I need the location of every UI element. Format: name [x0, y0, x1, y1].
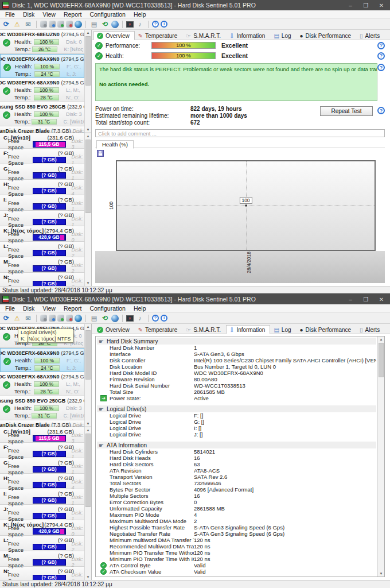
report-icon[interactable]: ✉	[24, 314, 33, 323]
save-chart-icon[interactable]	[97, 150, 104, 157]
toolbar-separator[interactable]	[36, 315, 37, 322]
drive-list-item[interactable]: C: [Win10] (231,6 GB) Free Space 115,5 G…	[0, 427, 84, 443]
info-row[interactable]: Unformatted Capacity 2861588 MB	[97, 505, 376, 512]
close-button[interactable]: ✕	[375, 296, 388, 303]
menu-item[interactable]: Configuration	[85, 305, 129, 312]
drive-list-item[interactable]: N: (? GB) Free Space (? GB) Disk: 2	[0, 567, 84, 580]
info-row[interactable]: Logical Drive G: []	[97, 419, 376, 425]
online-globe-icon[interactable]	[75, 21, 82, 28]
menu-item[interactable]: Disk	[19, 11, 38, 18]
disk-list-item[interactable]: SanDisk Cruzer Blade (7,3 GB) Disk: 4 ✓ …	[0, 420, 84, 427]
tab-information[interactable]: ⇩ Information	[226, 325, 270, 334]
menu-item[interactable]: View	[38, 11, 60, 18]
tab-log[interactable]: ▤ Log	[270, 31, 296, 40]
detect-disk-3-icon[interactable]	[57, 21, 64, 28]
info-row[interactable]: Multiple Sectors 16	[97, 493, 376, 499]
info-row[interactable]: Total Sectors 732566646	[97, 480, 376, 486]
info-row[interactable]: Highest Possible Transfer Rate S-ATA Gen…	[97, 524, 376, 531]
info-row[interactable]: Minimum multiword DMA Transfer Time 120 …	[97, 537, 376, 543]
drive-list-item[interactable]: J: (? GB) Free Space (? GB) Disk: 1	[0, 211, 84, 226]
info-row[interactable]: Disk Location Bus Number 1, Target Id 0,…	[97, 363, 376, 370]
tab-smart[interactable]: ☞ S.M.A.R.T.	[182, 325, 226, 334]
info-row[interactable]: Transport Version SATA Rev 2.6	[97, 474, 376, 480]
toolbar-separator[interactable]	[122, 21, 123, 28]
drive-list-item[interactable]: C: [Win10] (231,6 GB) Free Space 115,5 G…	[0, 133, 84, 149]
tab-alerts[interactable]: ▯ Alerts	[356, 31, 385, 40]
disk-list-item[interactable]: WDC WD30EFRX-68EUZN0 (2794,5 GB) ✓ Healt…	[0, 30, 84, 54]
tab-alerts[interactable]: ▯ Alerts	[356, 325, 385, 334]
toolbar-separator[interactable]	[85, 315, 86, 322]
report-icon[interactable]: ✉	[24, 20, 33, 29]
info-row[interactable]: Power State: Active	[97, 395, 376, 401]
status-help-icon[interactable]: ?	[377, 64, 385, 71]
disk-list-item[interactable]: Samsung SSD 850 EVO 250GB (232,9 GB) ✓ H…	[0, 396, 84, 420]
drive-list-item[interactable]: I: (? GB) Free Space (? GB) Disk: 1	[0, 195, 84, 211]
section-header[interactable]: ☛ Hard Disk Summary	[97, 338, 376, 345]
sync-icon[interactable]: ⟲	[100, 20, 110, 29]
toolbar-separator[interactable]	[36, 21, 37, 28]
disk-list-item[interactable]: WDC WD30EFRX-68AX9N0 (2794,5 GB) ✓ Healt…	[0, 54, 84, 78]
disk-list-item[interactable]: WDC WD30EFRX-68AX9N0 (2794,5 GB) ✓ Healt…	[0, 372, 84, 396]
detect-disk-4-icon[interactable]	[66, 21, 73, 28]
detect-disk-3-icon[interactable]	[57, 315, 64, 322]
info-row[interactable]: Hard Disk Cylinders 5814021	[97, 448, 376, 455]
performance-help-icon[interactable]: ?	[377, 42, 385, 49]
close-button[interactable]: ✕	[375, 2, 388, 9]
menu-item[interactable]: Help	[130, 11, 150, 18]
info-row[interactable]: Disk Controller Intel(R) 100 Series/C230…	[97, 357, 376, 363]
titlebar[interactable]: Disk: 1, WDC WD30EFRX-68AX9N0 [WD-WCC1T0…	[0, 0, 390, 10]
refresh-icon[interactable]: ⟳	[2, 20, 11, 29]
info-row[interactable]: Minimum PIO Transfer Time With IORDY 120…	[97, 556, 376, 562]
info-row[interactable]: Hard Disk Number 1	[97, 345, 376, 351]
drive-list-item[interactable]: J: (? GB) Free Space (? GB) Disk: 1	[0, 505, 84, 520]
info-row[interactable]: Hard Disk Model ID WDC WD30EFRX-68AX9N0	[97, 370, 376, 376]
info-row[interactable]: Recommended Multiword DMA Transfer Time …	[97, 543, 376, 550]
tab-disk-performance[interactable]: ● Disk Performance	[297, 31, 357, 40]
info-row[interactable]: Maximum PIO Mode 4	[97, 512, 376, 518]
toolbar-separator[interactable]	[122, 315, 123, 322]
menu-item[interactable]: Help	[130, 305, 150, 312]
info-row[interactable]: Logical Drive I: []	[97, 425, 376, 431]
list-icon[interactable]: ▤	[89, 20, 99, 29]
info-row[interactable]: ATA Control Byte Valid	[97, 562, 376, 568]
section-header[interactable]: ☛ Logical Drive(s)	[97, 405, 376, 412]
tab-overview[interactable]: ✓ Overview	[93, 325, 135, 334]
menu-item[interactable]: Report	[60, 11, 86, 18]
info-row[interactable]: Firmware Revision 80.00A80	[97, 376, 376, 382]
refresh-icon[interactable]: ⟳	[2, 314, 11, 323]
health-help-icon[interactable]: ?	[377, 52, 385, 60]
network-icon[interactable]	[111, 21, 119, 28]
info-row[interactable]: Hard Disk Sectors 63	[97, 461, 376, 467]
drive-list-item[interactable]: G: (? GB) Free Space (? GB) Disk: 1	[0, 164, 84, 180]
drive-list-scrollbar[interactable]: ▲▼	[84, 133, 91, 286]
acknowledge-warning-icon[interactable]: ⚠	[13, 20, 22, 29]
menu-item[interactable]: Configuration	[85, 11, 129, 18]
help-icon[interactable]: ?	[152, 315, 159, 322]
info-scrollbar[interactable]: ▲▼	[377, 336, 384, 577]
disk-list-item[interactable]: SanDisk Cruzer Blade (7,3 GB) Disk: 4 ✓ …	[0, 126, 84, 133]
sync-icon[interactable]: ⟲	[100, 314, 110, 323]
disk-list-item[interactable]: WDC WD30EFRX-68AX9N0 (2794,5 GB) ✓ Healt…	[0, 348, 84, 372]
test-help-icon[interactable]: ?	[377, 107, 385, 114]
chart-tab-health[interactable]: Health (%)	[96, 140, 134, 149]
drive-list-item[interactable]: M: (? GB) Free Space (? GB) Disk: 2	[0, 551, 84, 567]
repeat-test-button[interactable]: Repeat Test	[320, 106, 373, 116]
info-row[interactable]: Minimum PIO Transfer Time Without IORDY …	[97, 550, 376, 556]
help-icon[interactable]: ?	[152, 21, 159, 28]
detect-disk-1-icon[interactable]	[40, 21, 47, 28]
titlebar[interactable]: Disk: 1, WDC WD30EFRX-68AX9N0 [WD-WCC1T0…	[0, 294, 390, 304]
comment-input[interactable]	[95, 129, 385, 137]
online-globe-icon[interactable]	[75, 315, 82, 322]
drive-list-item[interactable]: H: (? GB) Free Space (? GB) Disk: 4	[0, 180, 84, 195]
detect-disk-2-icon[interactable]	[49, 315, 56, 322]
drive-list-item[interactable]: M: (? GB) Free Space (? GB) Disk: 2	[0, 257, 84, 273]
info-row[interactable]: Logical Drive J: []	[97, 431, 376, 438]
menu-item[interactable]: Disk	[19, 305, 38, 312]
monitor-icon[interactable]	[126, 315, 134, 322]
toolbar-separator[interactable]	[148, 21, 149, 28]
tab-temperature[interactable]: ✎ Temperature	[135, 325, 183, 334]
sound-icon[interactable]: ♪	[135, 314, 145, 323]
toolbar-separator[interactable]	[148, 315, 149, 322]
sound-icon[interactable]: ♪	[135, 20, 145, 29]
drive-list-scrollbar[interactable]: ▲▼	[84, 427, 91, 580]
